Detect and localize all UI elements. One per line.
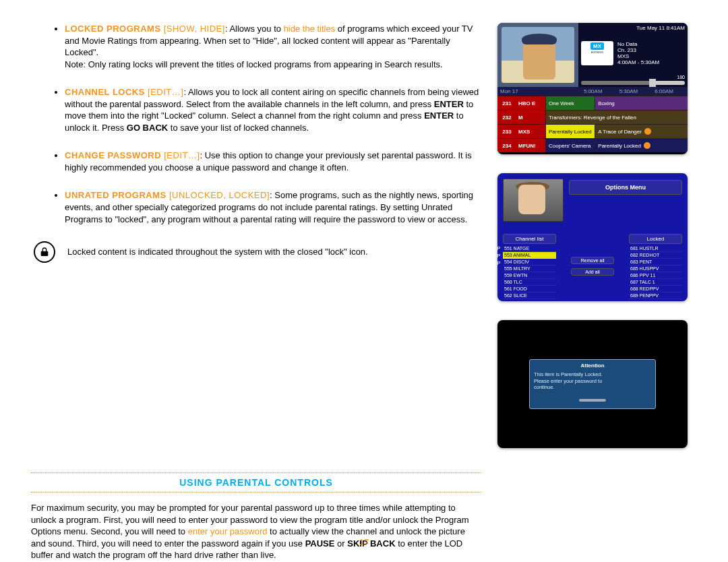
term: UNRATED PROGRAMS: [65, 190, 166, 200]
bullet-locked-programs: LOCKED PROGRAMS [SHOW, HIDE]: Allows you…: [65, 23, 481, 70]
locked-list-item[interactable]: 686 PPV 11: [629, 272, 682, 279]
guide-time-col: 6:00AM: [652, 87, 688, 96]
guide-date: Mon 17: [497, 87, 581, 96]
guide-cell[interactable]: Parentally Locked: [595, 138, 688, 152]
guide-row: 233MXSParentally LockedA Trace of Danger: [497, 124, 688, 138]
page-number: 17: [0, 537, 728, 547]
figure-attention-dialog: Attention This item is Parentally Locked…: [497, 320, 688, 448]
channel-number: 231: [497, 96, 516, 110]
bullet-channel-locks: CHANNEL LOCKS [EDIT…]: Allows you to loc…: [65, 86, 481, 133]
term: LOCKED PROGRAMS: [65, 24, 161, 34]
channel-list-item[interactable]: 555 MILTRY: [503, 266, 556, 272]
dialog-title: Attention: [534, 363, 651, 369]
channel-list-item[interactable]: 560 TLC: [503, 279, 556, 286]
time-line: 4:00AM - 5:30AM: [617, 59, 685, 65]
kbd: ENTER: [424, 111, 454, 121]
channel-list-item[interactable]: 562 SLICE: [503, 292, 556, 299]
note: Note: Only rating locks will prevent the…: [65, 59, 443, 69]
locked-list-item[interactable]: 682 REDHOT: [629, 252, 682, 259]
colon: :: [200, 150, 205, 160]
ch-line: Ch. 233: [617, 47, 685, 53]
guide-row: 232MTransformers: Revenge of the Fallen: [497, 110, 688, 124]
channel-name: M: [516, 110, 545, 124]
guide-preview: [497, 23, 578, 87]
divider: [31, 472, 481, 473]
dialog-line: Please enter your password to: [534, 378, 651, 384]
text: to save your list of locked channels.: [168, 123, 309, 133]
term: CHANNEL LOCKS: [65, 87, 145, 97]
svc-line: MXS: [617, 53, 685, 59]
lock-note: Locked content is indicated throughout t…: [67, 246, 368, 258]
locked-list-item[interactable]: 688 REDPPV: [629, 286, 682, 292]
locked-list-item[interactable]: 683 PENT: [629, 259, 682, 266]
dialog-line: continue.: [534, 384, 651, 390]
channel-list-item[interactable]: 559 EWTN: [503, 272, 556, 279]
lower-p1: For maximum security, you may be prompte…: [31, 502, 481, 561]
text: Allows you to: [229, 24, 283, 34]
channel-name: MFUN!: [516, 138, 545, 152]
link: hide the titles: [284, 24, 336, 34]
guide-row: 231HBO EOne WeekBoxing: [497, 96, 688, 110]
guide-clock: Tue May 11 8:41AM: [636, 25, 685, 31]
guide-cell[interactable]: Coopers' Camera: [545, 138, 595, 152]
password-input[interactable]: [579, 399, 606, 402]
mx-sub: excess: [582, 50, 612, 54]
guide-row: 234MFUN!Coopers' CameraParentally Locked: [497, 138, 688, 152]
guide-cell[interactable]: Boxing: [595, 96, 688, 110]
add-all-button[interactable]: Add all: [571, 268, 614, 276]
row-prefix: 1. P: [497, 246, 500, 253]
guide-cell[interactable]: A Trace of Danger: [595, 124, 688, 138]
opt: [EDIT…]: [161, 150, 200, 160]
channel-list-item[interactable]: 554 DISCIV: [503, 259, 556, 266]
time-bar: [581, 81, 685, 85]
term: CHANGE PASSWORD: [65, 150, 161, 160]
channel-number: 232: [497, 110, 516, 124]
kbd: GO BACK: [127, 123, 168, 133]
lock-icon: [34, 241, 55, 263]
channel-list-item[interactable]: 561 FOOD: [503, 286, 556, 292]
lock-icon: [644, 142, 650, 149]
opt: [EDIT…]: [145, 87, 183, 97]
channel-number: 233: [497, 124, 516, 138]
col-head-right: Locked: [629, 234, 682, 244]
options-title: Options Menu: [569, 180, 682, 195]
row-prefix: 3. P: [497, 261, 500, 268]
options-preview: [503, 179, 564, 222]
guide-cell[interactable]: Transformers: Revenge of the Fallen: [545, 110, 688, 124]
locked-list-item[interactable]: 689 PENPPV: [629, 292, 682, 299]
figure-options-menu: Options Menu Channel list 551 NATGE553 A…: [497, 173, 688, 301]
channel-name: HBO E: [516, 96, 545, 110]
locked-list-item[interactable]: 687 TALC 1: [629, 279, 682, 286]
guide-cell[interactable]: Parentally Locked: [545, 124, 595, 138]
dialog-line: This item is Parentally Locked.: [534, 371, 651, 377]
remove-all-button[interactable]: Remove all: [571, 257, 614, 264]
guide-time-col: 5:30AM: [617, 87, 653, 96]
bullet-change-password: CHANGE PASSWORD [EDIT…]: Use this option…: [65, 150, 481, 173]
guide-time-col: 5:00AM: [581, 87, 617, 96]
locked-list-item[interactable]: 681 HUSTLR: [629, 245, 682, 252]
locked-list-item[interactable]: 685 HUSPPV: [629, 266, 682, 272]
section-title: USING PARENTAL CONTROLS: [31, 477, 481, 488]
opt: [SHOW, HIDE]: [161, 24, 225, 34]
channel-list-item[interactable]: 553 ANIMAL: [503, 252, 556, 259]
nodata: No Data: [617, 41, 685, 47]
col-head-left: Channel list: [503, 234, 556, 244]
mx-badge: MX: [582, 42, 612, 50]
channel-number: 234: [497, 138, 516, 152]
guide-cell[interactable]: One Week: [545, 96, 595, 110]
channel-name: MXS: [516, 124, 545, 138]
bullet-unrated: UNRATED PROGRAMS [UNLOCKED, LOCKED]: Som…: [65, 189, 481, 225]
lock-icon: [644, 128, 651, 135]
figure-program-guide: Tue May 11 8:41AM MX excess No Data Ch. …: [497, 23, 688, 154]
kbd: ENTER: [434, 99, 464, 109]
opt: [UNLOCKED, LOCKED]: [166, 190, 270, 200]
link: enter your password: [188, 526, 268, 536]
channel-list-item[interactable]: 551 NATGE: [503, 245, 556, 252]
divider: [31, 492, 481, 493]
attention-dialog: Attention This item is Parentally Locked…: [529, 359, 656, 408]
bar-pos: 180: [581, 75, 685, 80]
row-prefix: 2. P: [497, 253, 500, 261]
